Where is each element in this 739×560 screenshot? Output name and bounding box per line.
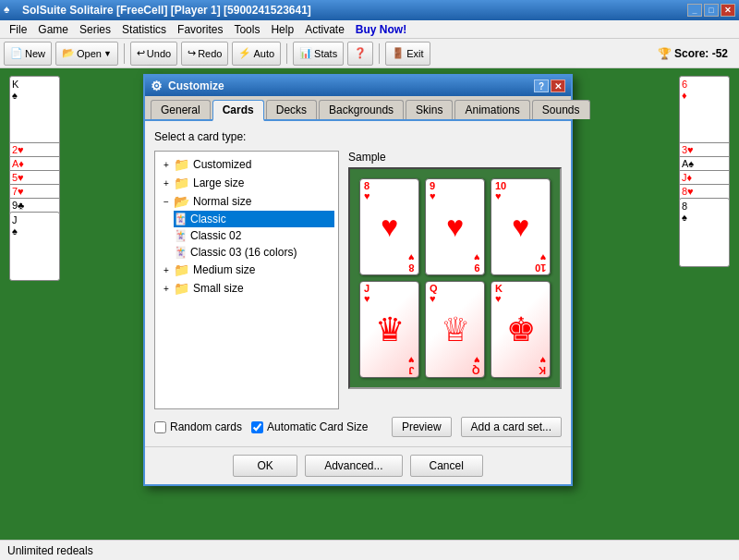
- add-card-set-button[interactable]: Add a card set...: [461, 417, 562, 437]
- card-icon: 🃏: [174, 213, 187, 225]
- auto-card-size-checkbox[interactable]: [251, 421, 263, 433]
- tree-item-medium-size[interactable]: + 📁 Medium size: [159, 261, 334, 279]
- tree-item-normal-size[interactable]: − 📂 Normal size: [159, 192, 334, 211]
- sample-card-jh: J♥ ♛ J♥: [359, 281, 419, 378]
- sample-panel: Sample 8♥ ♥ 8♥ 9♥ ♥ 9♥: [348, 151, 562, 409]
- window-controls: _ □ ✕: [687, 4, 735, 17]
- menu-file[interactable]: File: [4, 21, 32, 38]
- tab-cards[interactable]: Cards: [212, 100, 264, 121]
- expand-icon: −: [159, 197, 174, 207]
- exit-icon: 🚪: [392, 47, 405, 59]
- minimize-button[interactable]: _: [687, 4, 702, 17]
- tree-item-classic[interactable]: 🃏 Classic: [174, 211, 334, 227]
- menu-help[interactable]: Help: [265, 21, 299, 38]
- section-label: Select a card type:: [154, 130, 562, 143]
- bottom-options: Random cards Automatic Card Size Preview…: [154, 417, 562, 437]
- expand-icon: +: [159, 265, 174, 275]
- menu-buynow[interactable]: Buy Now!: [350, 21, 412, 38]
- exit-button[interactable]: 🚪 Exit: [385, 42, 430, 66]
- redo-icon: ↪: [188, 47, 196, 59]
- auto-card-size-option[interactable]: Automatic Card Size: [251, 420, 368, 433]
- menu-favorites[interactable]: Favorites: [172, 21, 228, 38]
- toolbar-separator3: [379, 43, 380, 64]
- menubar: File Game Series Statistics Favorites To…: [0, 20, 739, 39]
- help-icon: ❓: [354, 47, 367, 59]
- customize-dialog: ⚙ Customize ? ✕ General Cards Decks Back…: [143, 74, 573, 486]
- tab-decks[interactable]: Decks: [266, 100, 317, 119]
- open-icon: 📂: [62, 47, 75, 59]
- score-icon: 🏆: [658, 47, 672, 60]
- ok-button[interactable]: OK: [233, 455, 297, 477]
- expand-icon: +: [159, 178, 174, 189]
- dialog-body: + 📁 Customized + 📁 Large size − 📂 Normal…: [154, 151, 562, 409]
- menu-series[interactable]: Series: [74, 21, 116, 38]
- card-icon: 🃏: [174, 229, 187, 242]
- advanced-button[interactable]: Advanced...: [305, 455, 402, 477]
- sample-card-10h: 10♥ ♥ 10♥: [491, 178, 551, 275]
- tree-item-classic02[interactable]: 🃏 Classic 02: [174, 227, 334, 244]
- sample-card-qh: Q♥ ♕ Q♥: [425, 281, 485, 378]
- dialog-footer: OK Advanced... Cancel: [145, 446, 571, 484]
- menu-tools[interactable]: Tools: [228, 21, 265, 38]
- folder-open-icon: 📂: [174, 194, 189, 209]
- titlebar: ♠ SolSuite Solitaire [FreeCell] [Player …: [0, 0, 739, 20]
- card-type-tree[interactable]: + 📁 Customized + 📁 Large size − 📂 Normal…: [154, 151, 339, 409]
- toolbar-separator: [124, 43, 125, 64]
- dialog-content: Select a card type: + 📁 Customized + 📁 L…: [145, 121, 571, 446]
- maximize-button[interactable]: □: [704, 4, 719, 17]
- window-title: SolSuite Solitaire [FreeCell] [Player 1]…: [22, 4, 687, 17]
- cancel-button[interactable]: Cancel: [410, 455, 483, 477]
- card-icon: 🃏: [174, 246, 187, 259]
- tree-item-customized[interactable]: + 📁 Customized: [159, 155, 334, 174]
- score-display: 🏆 Score: -52: [650, 45, 735, 62]
- undo-icon: ↩: [137, 47, 145, 59]
- sample-label: Sample: [348, 151, 562, 164]
- expand-icon: +: [159, 160, 174, 170]
- tab-bar: General Cards Decks Backgrounds Skins An…: [145, 96, 571, 121]
- status-text: Unlimited redeals: [7, 544, 93, 557]
- dialog-title-controls: ? ✕: [534, 79, 565, 92]
- statusbar: Unlimited redeals: [0, 540, 739, 560]
- toolbar: 📄 New 📂 Open ▼ ↩ Undo ↪ Redo ⚡ Auto 📊 St…: [0, 39, 739, 68]
- tab-animations[interactable]: Animations: [454, 100, 529, 119]
- menu-statistics[interactable]: Statistics: [116, 21, 172, 38]
- dialog-close-button[interactable]: ✕: [551, 79, 565, 92]
- folder-icon: 📁: [174, 176, 189, 190]
- folder-icon: 📁: [174, 262, 189, 277]
- dialog-help-button[interactable]: ?: [534, 79, 549, 92]
- dialog-titlebar[interactable]: ⚙ Customize ? ✕: [145, 76, 571, 96]
- toolbar-separator2: [286, 43, 287, 64]
- auto-button[interactable]: ⚡ Auto: [232, 42, 281, 66]
- dialog-title: Customize: [168, 79, 534, 92]
- sample-area: 8♥ ♥ 8♥ 9♥ ♥ 9♥ 10♥ ♥ 10♥: [348, 167, 562, 389]
- open-button[interactable]: 📂 Open ▼: [55, 42, 118, 66]
- sample-card-9h: 9♥ ♥ 9♥: [425, 178, 485, 275]
- tab-skins[interactable]: Skins: [406, 100, 453, 119]
- random-cards-option[interactable]: Random cards: [154, 420, 242, 433]
- folder-icon: 📁: [174, 281, 189, 296]
- tab-general[interactable]: General: [151, 100, 211, 119]
- sample-card-kh: K♥ ♚ K♥: [491, 281, 551, 378]
- random-cards-checkbox[interactable]: [154, 421, 166, 433]
- folder-icon: 📁: [174, 157, 189, 172]
- tree-item-large-size[interactable]: + 📁 Large size: [159, 174, 334, 192]
- tree-item-small-size[interactable]: + 📁 Small size: [159, 279, 334, 298]
- tab-sounds[interactable]: Sounds: [532, 100, 590, 119]
- stats-button[interactable]: 📊 Stats: [293, 42, 344, 66]
- new-button[interactable]: 📄 New: [4, 42, 52, 66]
- undo-button[interactable]: ↩ Undo: [130, 42, 177, 66]
- close-button[interactable]: ✕: [721, 4, 735, 17]
- new-icon: 📄: [10, 47, 23, 59]
- help-button[interactable]: ❓: [347, 42, 373, 66]
- app-icon: ♠: [4, 3, 18, 18]
- auto-icon: ⚡: [238, 47, 251, 59]
- redo-button[interactable]: ↪ Redo: [181, 42, 228, 66]
- menu-activate[interactable]: Activate: [299, 21, 350, 38]
- sample-card-8h: 8♥ ♥ 8♥: [359, 178, 419, 275]
- dialog-icon: ⚙: [151, 79, 163, 93]
- tab-backgrounds[interactable]: Backgrounds: [319, 100, 404, 119]
- menu-game[interactable]: Game: [32, 21, 74, 38]
- preview-button[interactable]: Preview: [392, 417, 452, 437]
- expand-icon: +: [159, 284, 174, 294]
- tree-item-classic03[interactable]: 🃏 Classic 03 (16 colors): [174, 244, 334, 261]
